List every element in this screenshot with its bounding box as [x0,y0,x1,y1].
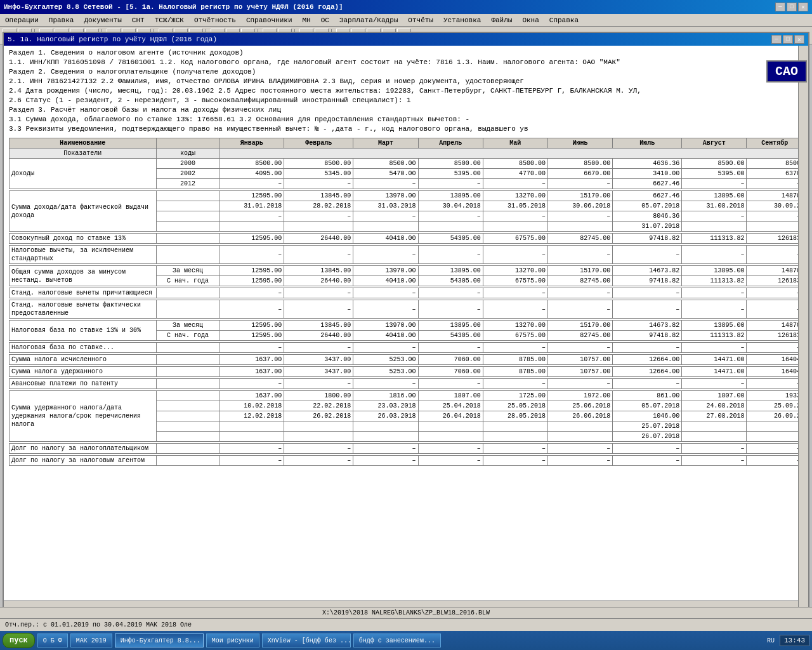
cell-1-feb-3 [284,222,353,232]
taskbar-item-xnview[interactable]: XnView - [бндф без ... [262,633,351,647]
cell-5-aug-0: – [682,288,747,298]
row-label-5: Станд. налоговые вычеты причитающиеся [10,288,157,298]
menu-help[interactable]: Справка [547,16,581,25]
cell-4-apr-0: 13895.00 [418,266,483,276]
row-code-7-1: С нач. года [156,331,219,341]
cell-14-aug-0: – [682,456,747,466]
minimize-button[interactable]: ─ [775,3,785,11]
menu-snt[interactable]: СНТ [129,16,147,25]
cell-12-jun-0: 1972.00 [547,391,612,401]
menu-tszh[interactable]: ТСЖ/ЖСК [152,16,187,25]
col-header-apr: Апрель [418,138,483,149]
cell-1-mar-2: – [353,211,418,222]
cell-1-aug-3 [682,222,747,232]
menu-reference[interactable]: Справочники [244,16,295,25]
close-button[interactable]: ✕ [798,3,808,11]
cell-12-aug-3 [682,421,747,432]
taskbar-item-bndf[interactable]: бндф с занесением... [353,633,441,647]
menu-operations[interactable]: Операции [3,16,41,25]
taskbar-item-mak2019[interactable]: МАК 2019 [70,633,112,647]
start-button[interactable]: пуск [3,633,35,648]
cell-12-feb-0: 1800.00 [284,391,353,401]
taskbar-right: RU 13:43 [767,635,809,646]
cell-0-apr-1: 5395.00 [418,169,483,179]
cell-4-may-1: 67575.00 [483,276,547,286]
row-code-13-0 [156,444,219,454]
info-line-8: 3.1 Сумма дохода, облагаемого по ставке … [9,115,803,124]
menu-mn[interactable]: МН [300,16,313,25]
cell-1-apr-2: – [418,211,483,222]
tax-table-wrapper: Наименование Январь Февраль Март Апрель … [9,135,803,467]
cell-11-jan-0: – [219,379,284,389]
row-code-0-2: 2012 [156,179,219,189]
row-code-1-3 [156,222,219,232]
cell-2-jan-0: 12595.00 [219,234,284,244]
cell-13-jul-0: – [613,444,682,454]
menu-windows[interactable]: Окна [520,16,541,25]
cell-13-mar-0: – [353,444,418,454]
table-row: Совокупный доход по ставке 13%12595.0026… [10,234,803,244]
row-code-8-0 [156,343,219,353]
cell-12-jul-2: 1046.00 [613,411,682,421]
info-line-3: Раздел 2. Сведения о налогоплательщике (… [9,67,803,77]
cell-7-feb-1: 26440.00 [284,331,353,341]
inner-maximize-btn[interactable]: □ [783,35,793,44]
cell-5-mar-0: – [353,288,418,298]
row-code-9-0 [156,355,219,365]
scrollbar-vertical[interactable] [798,46,808,611]
cell-12-aug-0: 1807.00 [682,391,747,401]
cell-3-mar-0: – [353,246,418,264]
cell-1-apr-0: 13895.00 [418,191,483,201]
main-window: 5. 1а. Налоговый регистр по учёту НДФЛ (… [3,32,809,612]
cell-9-jul-0: 12664.00 [613,355,682,365]
menu-reporting[interactable]: Отчётность [192,16,239,25]
cell-8-jul-0: – [613,343,682,353]
cell-4-mar-1: 40410.00 [353,276,418,286]
cell-10-sep-0: 16404 [747,367,803,377]
cell-7-jul-0: 14673.82 [613,321,682,331]
row-code-12-4 [156,432,219,442]
cell-12-aug-2: 27.08.2018 [682,411,747,421]
menu-salary[interactable]: Зарплата/Кадры [337,16,400,25]
row-code-10-0 [156,367,219,377]
row-code-0-0: 2000 [156,159,219,169]
row-label-14: Долг по налогу за налоговым агентом [10,456,157,466]
cell-4-sep-1: 126183 [747,276,803,286]
cell-0-aug-1: 5395.00 [682,169,747,179]
maximize-button[interactable]: □ [787,3,797,11]
taskbar-item-obf[interactable]: О Б Ф [37,633,68,647]
cell-14-feb-0: – [284,456,353,466]
taskbar-item-infobuh[interactable]: Инфо-Бухгалтер 8.8... [115,633,204,647]
cell-0-aug-2: – [682,179,747,189]
inner-minimize-btn[interactable]: ─ [771,35,782,44]
cell-1-jan-0: 12595.00 [219,191,284,201]
table-row: Налоговая база по ставке...––––––––– [10,343,803,353]
cell-6-mar-0: – [353,300,418,319]
clock: 13:43 [780,635,809,646]
menu-edit[interactable]: Правка [46,16,77,25]
menu-files[interactable]: Файлы [488,16,514,25]
cell-10-jan-0: 1637.00 [219,367,284,377]
row-code-11-0 [156,379,219,389]
cell-6-aug-0: – [682,300,747,319]
cell-12-feb-1: 22.02.2018 [284,401,353,411]
taskbar-item-pictures[interactable]: Мои рисунки [206,633,259,647]
menu-documents[interactable]: Документы [81,16,124,25]
menu-os[interactable]: ОС [318,16,332,25]
menu-setup[interactable]: Установка [441,16,483,25]
cell-0-jan-1: 4095.00 [219,169,284,179]
table-row: Сумма удержанного налога/дата удержания … [10,391,803,401]
cell-12-jun-1: 25.06.2018 [547,401,612,411]
cell-9-apr-0: 7060.00 [418,355,483,365]
cell-1-may-3 [483,222,547,232]
cell-1-jan-1: 31.01.2018 [219,201,284,211]
cell-1-sep-0: 14870 [747,191,803,201]
menu-reports[interactable]: Отчёты [405,16,436,25]
row-code-1-1 [156,201,219,211]
cell-4-jul-1: 97418.82 [613,276,682,286]
inner-close-btn[interactable]: ✕ [794,35,804,44]
cell-12-jul-0: 861.00 [613,391,682,401]
cell-14-may-0: – [483,456,547,466]
cell-1-mar-0: 13970.00 [353,191,418,201]
cell-7-jul-1: 97418.82 [613,331,682,341]
